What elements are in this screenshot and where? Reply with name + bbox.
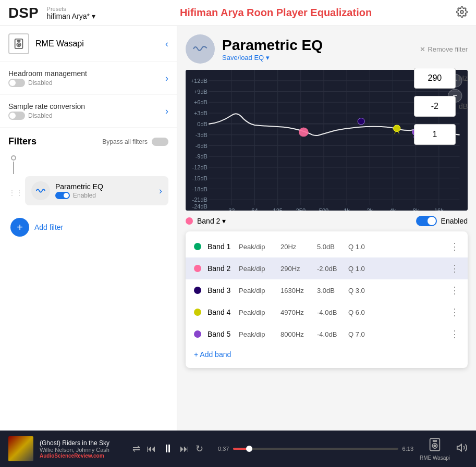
eq-header: Parametric EQ Save/load EQ ▾ ✕ Remove fi… — [186, 34, 468, 64]
sample-rate-toggle[interactable] — [8, 112, 25, 120]
band-row-2[interactable]: Band 2 Peak/dip 290Hz -2.0dB Q 1.0 ⋮ — [186, 257, 468, 279]
presets-dropdown[interactable]: hifiman Arya* ▾ — [47, 12, 95, 20]
remove-filter-button[interactable]: ✕ Remove filter — [420, 45, 468, 53]
filter-chevron-icon[interactable]: › — [159, 186, 162, 196]
band-row-1[interactable]: Band 1 Peak/dip 20Hz 5.0dB Q 1.0 ⋮ — [186, 236, 468, 257]
svg-text:-3dB: -3dB — [196, 132, 208, 138]
close-icon: ✕ — [420, 45, 425, 53]
prev-button[interactable]: ⏮ — [147, 444, 156, 454]
next-button[interactable]: ⏭ — [180, 444, 189, 454]
filter-name: Parametric EQ — [55, 182, 155, 191]
headroom-status: Disabled — [8, 79, 161, 87]
add-filter-button[interactable]: + Add filter — [8, 214, 168, 241]
device-back-button[interactable]: ‹ — [165, 39, 168, 50]
band-2-db: -2.0dB — [317, 265, 348, 273]
track-artist: Willie Nelson, Johnny Cash — [40, 447, 109, 453]
svg-text:4k: 4k — [390, 207, 396, 211]
freq-input[interactable] — [414, 68, 456, 89]
svg-point-0 — [460, 10, 463, 14]
band-3-freq: 1630Hz — [280, 287, 317, 294]
band-3-color-dot — [194, 287, 201, 294]
device-row: RME Wasapi ‹ — [0, 26, 177, 62]
band-5-db: -4.0dB — [317, 330, 348, 338]
band-1-color-dot — [194, 243, 201, 250]
svg-text:+9dB: +9dB — [194, 89, 208, 95]
band-5-menu-icon[interactable]: ⋮ — [450, 328, 459, 340]
bypass-label: Bypass all filters — [102, 138, 148, 145]
freq-control: Hz — [414, 68, 468, 89]
device-name: RME Wasapi — [35, 39, 165, 48]
shuffle-button[interactable]: ⇌ — [132, 443, 140, 454]
sample-rate-title: Sample rate conversion — [8, 102, 161, 110]
track-title: (Ghost) Riders in the Sky — [40, 439, 109, 447]
svg-text:+3dB: +3dB — [194, 110, 208, 117]
headroom-chevron-icon[interactable]: › — [165, 73, 168, 84]
headroom-title: Headroom management — [8, 69, 161, 78]
save-load-button[interactable]: Save/load EQ ▾ — [222, 54, 420, 62]
band-1-type: Peak/dip — [239, 243, 280, 251]
eq-enabled-toggle[interactable] — [416, 216, 437, 226]
drag-handle[interactable]: ⋮⋮ — [8, 189, 23, 197]
eq-icon — [186, 34, 215, 64]
svg-text:0dB: 0dB — [197, 121, 208, 127]
band-5-freq: 8000Hz — [280, 330, 317, 338]
filter-enabled-text: Enabled — [73, 192, 96, 199]
headroom-toggle[interactable] — [8, 79, 25, 87]
db-input[interactable] — [414, 96, 456, 117]
band-3-name: Band 3 — [208, 286, 239, 294]
selected-band-dot — [186, 217, 193, 225]
band-5-q: Q 7.0 — [348, 330, 380, 338]
eq-title: Parametric EQ — [222, 37, 420, 54]
q-input[interactable] — [414, 124, 456, 145]
band-4-color-dot — [194, 309, 201, 316]
band-1-menu-icon[interactable]: ⋮ — [450, 241, 459, 252]
headroom-management-item[interactable]: Headroom management Disabled › — [0, 62, 177, 95]
svg-text:-9dB: -9dB — [196, 154, 208, 160]
repeat-button[interactable]: ↻ — [196, 443, 203, 454]
parametric-eq-filter[interactable]: Parametric EQ Enabled › — [25, 176, 168, 205]
svg-rect-4 — [17, 41, 20, 42]
freq-unit: Hz — [459, 74, 468, 82]
band-row-3[interactable]: Band 3 Peak/dip 1630Hz 3.0dB Q 3.0 ⋮ — [186, 279, 468, 301]
band-row-5[interactable]: Band 5 Peak/dip 8000Hz -4.0dB Q 7.0 ⋮ — [186, 323, 468, 345]
player-bar: (Ghost) Riders in the Sky Willie Nelson,… — [0, 431, 476, 467]
svg-text:8k: 8k — [413, 207, 419, 211]
svg-text:-12dB: -12dB — [192, 164, 208, 170]
band-3-type: Peak/dip — [239, 287, 280, 294]
band-2-color-dot — [194, 265, 201, 272]
chevron-down-icon: ▾ — [92, 12, 95, 20]
band-selector[interactable]: Band 2 ▾ — [197, 217, 226, 225]
gear-icon[interactable] — [456, 6, 468, 20]
band-4-menu-icon[interactable]: ⋮ — [450, 306, 459, 318]
band-2-menu-icon[interactable]: ⋮ — [450, 263, 459, 274]
speaker-device-icon — [428, 437, 442, 454]
band-row-4[interactable]: Band 4 Peak/dip 4970Hz -4.0dB Q 6.0 ⋮ — [186, 301, 468, 323]
sample-rate-chevron-icon[interactable]: › — [165, 106, 168, 117]
svg-text:500: 500 — [319, 207, 328, 211]
top-header: DSP Presets hifiman Arya* ▾ Hifiman Arya… — [0, 0, 476, 26]
time-total: 6:13 — [402, 446, 413, 452]
volume-icon[interactable] — [456, 442, 468, 456]
speaker-label: RME Wasapi — [420, 455, 450, 461]
bypass-toggle[interactable] — [152, 138, 168, 146]
progress-bar[interactable] — [233, 448, 398, 450]
svg-text:125: 125 — [273, 207, 282, 211]
band-4-type: Peak/dip — [239, 309, 280, 316]
q-control — [414, 124, 468, 145]
filters-header: Filters Bypass all filters — [8, 136, 168, 147]
svg-point-52 — [358, 118, 364, 124]
band-4-db: -4.0dB — [317, 309, 348, 316]
svg-text:16k: 16k — [434, 207, 444, 211]
filter-enabled-toggle[interactable] — [55, 192, 70, 199]
band-3-menu-icon[interactable]: ⋮ — [450, 285, 459, 296]
band-3-q: Q 3.0 — [348, 287, 380, 294]
time-current: 0:37 — [218, 446, 229, 452]
presets-section: Presets hifiman Arya* ▾ — [47, 6, 95, 20]
progress-area: 0:37 6:13 — [218, 446, 413, 452]
band-chevron-icon: ▾ — [222, 217, 226, 225]
sample-rate-item[interactable]: Sample rate conversion Disabled › — [0, 95, 177, 128]
track-info: (Ghost) Riders in the Sky Willie Nelson,… — [40, 439, 109, 459]
add-band-button[interactable]: + Add band — [186, 345, 468, 364]
play-pause-button[interactable]: ⏸ — [162, 442, 174, 456]
svg-text:32: 32 — [228, 207, 235, 211]
